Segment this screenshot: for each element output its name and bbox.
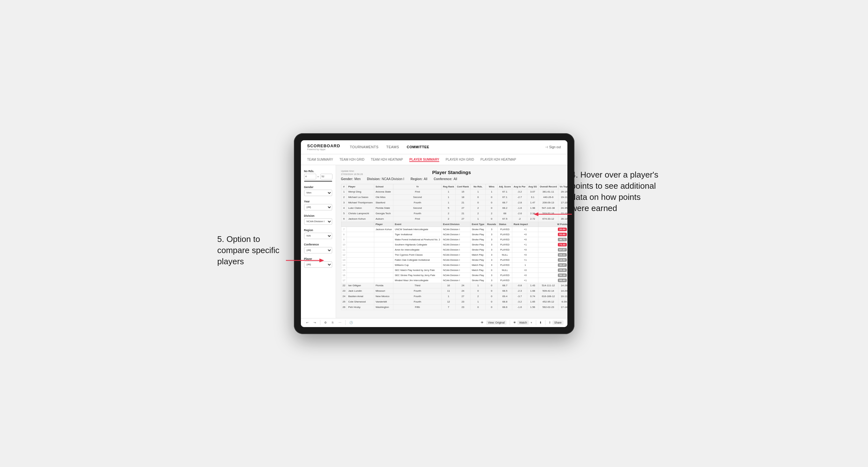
conference-select[interactable]: (All) (304, 247, 332, 253)
table-row[interactable]: 2 Michael La Sasso Ole Miss Second 1 18 … (341, 194, 567, 200)
player-record: 562-02-23 (538, 305, 558, 310)
player-school: Ole Miss (374, 194, 393, 200)
app-header: SCOREBOARD Powered by clippd TOURNAMENTS… (301, 140, 567, 154)
sub-table-row[interactable]: 16 SEC Stroke Play hosted by Jerry Pate … (341, 273, 567, 278)
watch-button[interactable]: Watch (517, 320, 529, 325)
subnav-player-h2h-grid[interactable]: PLAYER H2H GRID (446, 157, 474, 162)
player-no-rds: 1 (470, 216, 486, 222)
player-yr: Second (393, 205, 441, 211)
player-conf-rank: 18 (456, 194, 470, 200)
division-select[interactable]: NCAA Division I (304, 218, 332, 225)
sidebar-range-inputs: – (304, 174, 333, 180)
sub-table-row[interactable]: 15 SEC Match Play hosted by Jerry Pate N… (341, 268, 567, 273)
player-no-rds: 2 (470, 205, 486, 211)
logo-subtitle: Powered by clippd (307, 148, 340, 151)
th-reg-rank: Reg Rank (441, 184, 456, 189)
table-row[interactable]: 22 Ian Gilligan Florida Third 10 24 1 0 … (341, 283, 567, 288)
player-conf-rank: 27 (456, 216, 470, 222)
player-school: Stanford (374, 200, 393, 205)
sub-table-row[interactable]: 8 Tiger Invitational NCAA Division I Str… (341, 232, 567, 237)
settings-button[interactable]: ⚙ (323, 320, 328, 325)
player-vs-top25: 19-11-1 (558, 194, 567, 200)
table-row[interactable]: 1 Wenyi Ding Arizona State First 1 15 1 … (341, 189, 567, 194)
player-to-par: -2 (512, 216, 527, 222)
player-to-par: -3.2 (512, 189, 527, 194)
sub-table-row[interactable]: 14 Williams Cup NCAA Division I Match Pl… (341, 262, 567, 268)
toolbar-view: 👁 View: Original 👁 Watch ▼ ⬇ ⇧ Share (481, 320, 564, 325)
clock-button[interactable]: 🕐 (348, 320, 354, 325)
watch-icon: 👁 (513, 321, 516, 324)
player-name: Jack Lundin (347, 288, 374, 293)
sub-table-row[interactable]: 12 The Cypress Point Classic NCAA Divisi… (341, 252, 567, 257)
redo-button[interactable]: ↪ (312, 320, 317, 325)
player-adj-score: 68.5 (498, 288, 512, 293)
table-row[interactable]: 3 Michael Thorbjornsen Stanford Fourth 1… (341, 200, 567, 205)
player-vs-top25: 6-39-2 (558, 299, 567, 305)
player-avg-sg: 3.07 (527, 189, 538, 194)
nav-tournaments[interactable]: TOURNAMENTS (350, 145, 378, 150)
sidebar-year: Year (All) (304, 200, 333, 210)
player-adj-score: 68 (498, 211, 512, 216)
table-row[interactable]: 26 Petr Hruby Washington Fifth 7 23 0 0 … (341, 305, 567, 310)
player-rank: 22 (341, 283, 347, 288)
sub-table-row[interactable]: 13 Fallen Oak Collegiate Invitational NC… (341, 257, 567, 262)
th-vs-top25: Vs Top 25 (558, 184, 567, 189)
sidebar-no-rds: No Rds. – (304, 169, 333, 182)
player-to-par: -2.6 (512, 211, 527, 216)
download-icon: ⬇ (539, 321, 542, 324)
player-conf-rank: 23 (456, 299, 470, 305)
player-yr: Fourth (393, 299, 441, 305)
player-name: Wenyi Ding (347, 189, 374, 194)
sub-table-row[interactable]: 17 Mirabel Maui Jim Intercollegiate NCAA… (341, 278, 567, 283)
filter-conference: Conference: All (434, 177, 457, 181)
no-rds-min-input[interactable] (304, 174, 316, 180)
player-conf-rank: 27 (456, 205, 470, 211)
panel-title: Player Standings (432, 169, 471, 175)
subnav-team-summary[interactable]: TEAM SUMMARY (307, 157, 334, 162)
sub-th-player: Player (374, 222, 393, 227)
view-original-button[interactable]: View: Original (486, 320, 506, 325)
player-school: Missouri (374, 288, 393, 293)
player-wins: 0 (486, 293, 498, 299)
subnav-player-h2h-heatmap[interactable]: PLAYER H2H HEATMAP (480, 157, 516, 162)
year-select[interactable]: (All) (304, 204, 332, 210)
nav-teams[interactable]: TEAMS (386, 145, 399, 150)
nav-committee[interactable]: COMMITTEE (407, 145, 429, 150)
player-name: Cole Sherwood (347, 299, 374, 305)
more-button[interactable]: ⋯ (337, 320, 343, 325)
sub-table-row[interactable]: 11 Amer An Intercollegiate NCAA Division… (341, 247, 567, 252)
undo-button[interactable]: ↩ (305, 320, 310, 325)
player-name: Petr Hruby (347, 305, 374, 310)
copy-button[interactable]: ⎘ (331, 320, 335, 325)
player-adj-score: 68.7 (498, 200, 512, 205)
sign-out-button[interactable]: ⊣ Sign out (545, 145, 561, 149)
player-wins: 0 (486, 299, 498, 305)
share-button[interactable]: Share (552, 320, 564, 325)
sub-table-row[interactable]: 10 Southern Highlands Collegiate NCAA Di… (341, 242, 567, 247)
table-row[interactable]: 24 Bastien Amat New Mexico Fourth 1 27 2… (341, 293, 567, 299)
subnav-player-summary[interactable]: PLAYER SUMMARY (409, 157, 439, 162)
sidebar-slider[interactable] (304, 181, 332, 182)
th-to-par: Avg to Par (512, 184, 527, 189)
right-panel: Update time: 27/03/2024 16:56:26 Player … (336, 165, 567, 318)
main-nav: TOURNAMENTS TEAMS COMMITTEE (350, 145, 545, 150)
player-reg-rank: 1 (441, 200, 456, 205)
table-row[interactable]: 23 Jack Lundin Missouri Fourth 11 24 0 0… (341, 288, 567, 293)
subnav-team-h2h-grid[interactable]: TEAM H2H GRID (340, 157, 364, 162)
gender-select[interactable]: Men (304, 190, 332, 196)
player-rank: 1 (341, 189, 347, 194)
player-conf-rank: 21 (456, 200, 470, 205)
player-name: Bastien Amat (347, 293, 374, 299)
player-reg-rank: 1 (441, 293, 456, 299)
player-no-rds: 0 (470, 200, 486, 205)
sub-table-row[interactable]: 7 Jackson Kohun UNCW Seahawk Intercolleg… (341, 227, 567, 232)
player-rank: 26 (341, 305, 347, 310)
panel-title-area: Player Standings (341, 169, 562, 177)
player-reg-rank: 10 (441, 283, 456, 288)
table-row[interactable]: 25 Cole Sherwood Vanderbilt Fourth 12 23… (341, 299, 567, 305)
player-vs-top25: 14-26-1 (558, 283, 567, 288)
region-select[interactable]: N/A (304, 233, 332, 239)
sub-table-row[interactable]: 9 Wake Forest Invitational at Pinehurst … (341, 237, 567, 242)
subnav-team-h2h-heatmap[interactable]: TEAM H2H HEATMAP (371, 157, 403, 162)
no-rds-max-input[interactable] (320, 174, 333, 180)
